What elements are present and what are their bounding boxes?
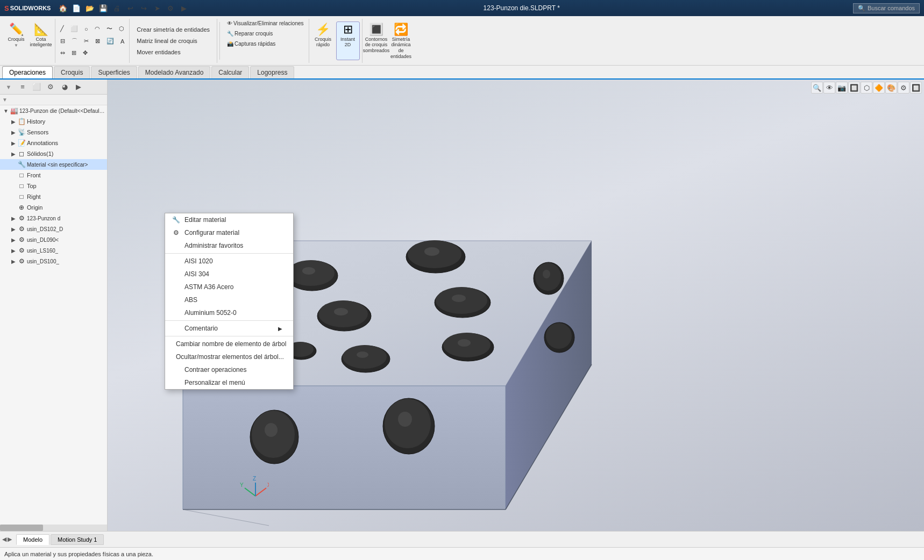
tree-item-ds102[interactable]: ▶ ⚙ usin_DS102_D — [0, 224, 107, 234]
bottom-nav-right[interactable]: ▶ — [8, 536, 12, 543]
polygon-btn[interactable]: ⬡ — [116, 24, 127, 34]
view-settings-btn[interactable]: ⚙ — [898, 82, 909, 94]
view-hide-btn[interactable]: 👁 — [823, 82, 835, 94]
tree-item-sensors[interactable]: ▶ 📡 Sensors — [0, 127, 107, 138]
view-section-btn[interactable]: 🔲 — [848, 82, 860, 94]
smart-dimension-button[interactable]: 📐 Cota inteligente — [29, 21, 53, 60]
contornos-btn[interactable]: 🔳 Contornos de croquis sombreados — [365, 21, 388, 60]
svg-point-35 — [546, 323, 572, 349]
new-btn[interactable]: 📄 — [70, 2, 82, 14]
more-view-btn[interactable]: ▶ — [72, 81, 85, 93]
tree-item-dl090[interactable]: ▶ ⚙ usin_DL090< — [0, 234, 107, 245]
ctx-administrar-favoritos[interactable]: Administrar favoritos — [165, 239, 293, 252]
tree-item-ls160[interactable]: ▶ ⚙ usin_LS160_ — [0, 245, 107, 256]
mover-entidades-btn[interactable]: Mover entidades — [134, 47, 183, 57]
list-view-btn[interactable]: ≡ — [16, 81, 29, 93]
front-label: Front — [27, 172, 41, 178]
tab-croquis[interactable]: Croquis — [54, 66, 90, 78]
line-btn[interactable]: ╱ — [58, 24, 67, 34]
ctx-aisi-304[interactable]: AISI 304 — [165, 268, 293, 281]
tab-operaciones[interactable]: Operaciones — [2, 66, 53, 78]
settings-btn[interactable]: ⚙ — [165, 2, 176, 14]
tab-superficies[interactable]: Superficies — [91, 66, 137, 78]
config-material-icon: ⚙ — [172, 229, 180, 236]
fillet-btn[interactable]: ⌒ — [69, 35, 80, 47]
3d-viewport[interactable]: 🔍 👁 📷 🔲 ⬡ 🔶 🎨 ⚙ 🔲 — [108, 80, 924, 531]
tree-item-ds100[interactable]: ▶ ⚙ usin_DS100_ — [0, 256, 107, 267]
ctx-personalizar[interactable]: Personalizar el menú — [165, 376, 293, 389]
search-bar[interactable]: 🔍 Buscar comandos — [853, 3, 920, 13]
ctx-abs[interactable]: ABS — [165, 293, 293, 306]
ctx-configurar-material[interactable]: ⚙ Configurar material — [165, 226, 293, 239]
redo-btn[interactable]: ↪ — [138, 2, 150, 14]
arrow-btn[interactable]: ➤ — [151, 2, 163, 14]
convert-btn[interactable]: 🔄 — [104, 36, 117, 46]
more-btn[interactable]: ▶ — [178, 2, 190, 14]
matriz-lineal-btn[interactable]: Matriz lineal de croquis — [134, 36, 200, 46]
home-btn[interactable]: 🏠 — [57, 2, 69, 14]
spline-btn[interactable]: 〜 — [104, 23, 115, 34]
move-btn[interactable]: ✥ — [80, 48, 90, 58]
tree-root[interactable]: ▼ 🏭 123-Punzon die (Default<<Default>_Di… — [0, 105, 107, 116]
punzon1-icon: ⚙ — [17, 214, 26, 222]
arc-btn[interactable]: ◠ — [92, 24, 103, 34]
tab-calcular[interactable]: Calcular — [211, 66, 249, 78]
offset-btn[interactable]: ⊠ — [93, 36, 103, 46]
croquis-rapido-btn[interactable]: ⚡ Croquis rápido — [311, 21, 335, 60]
tree-item-punzon1[interactable]: ▶ ⚙ 123-Punzon d — [0, 213, 107, 224]
sidebar-h-scrollbar[interactable] — [0, 525, 107, 531]
tab-modelado-avanzado[interactable]: Modelado Avanzado — [138, 66, 211, 78]
tab-modelo[interactable]: Modelo — [16, 534, 49, 545]
main-toolbar: ✏️ Croquis ▼ 📐 Cota inteligente ╱ ⬜ ○ ◠ … — [0, 16, 924, 66]
slot-btn[interactable]: ⊟ — [58, 36, 68, 46]
open-btn[interactable]: 📂 — [84, 2, 96, 14]
visualizar-btn[interactable]: 👁Visualizar/Eliminar relaciones — [224, 19, 306, 28]
tab-motion-study[interactable]: Motion Study 1 — [51, 534, 104, 545]
tree-item-origin[interactable]: ⊕ Origin — [0, 202, 107, 213]
capturas-btn[interactable]: 📸Capturas rápidas — [224, 39, 278, 48]
ctx-astm-a36[interactable]: ASTM A36 Acero — [165, 281, 293, 293]
view-grid-btn[interactable]: 🔲 — [910, 82, 922, 94]
pie-view-btn[interactable]: ◕ — [58, 81, 71, 93]
tree-item-annotations[interactable]: ▶ 📝 Annotations — [0, 138, 107, 148]
view-appear-btn[interactable]: 📷 — [836, 82, 848, 94]
ctx-aisi-1020[interactable]: AISI 1020 — [165, 255, 293, 268]
tab-logopress[interactable]: Logopress — [250, 66, 294, 78]
tree-item-material[interactable]: 🔧 Material <sin especificar> — [0, 159, 107, 170]
window-title: 123-Punzon die.SLDPRT * — [192, 4, 851, 12]
pattern-btn[interactable]: ⊞ — [69, 48, 79, 58]
tree-item-history[interactable]: ▶ 📋 History — [0, 116, 107, 127]
rect-btn[interactable]: ⬜ — [68, 24, 81, 34]
undo-btn[interactable]: ↩ — [124, 2, 136, 14]
ctx-ocultar-mostrar[interactable]: Ocultar/mostrar elementos del árbol... — [165, 350, 293, 363]
cube-view-btn[interactable]: ⬜ — [30, 81, 43, 93]
mirror-btn[interactable]: ⇔ — [58, 48, 68, 58]
save-btn[interactable]: 💾 — [97, 2, 109, 14]
print-btn[interactable]: 🖨 — [111, 2, 123, 14]
tree-item-solidos[interactable]: ▶ ◻ Sólidos(1) — [0, 148, 107, 159]
instant-2d-btn[interactable]: ⊞ Instant 2D — [336, 21, 360, 60]
ctx-editar-material[interactable]: 🔧 Editar material — [165, 213, 293, 226]
config-view-btn[interactable]: ⚙ — [44, 81, 57, 93]
history-label: History — [27, 118, 45, 125]
ctx-comentario[interactable]: Comentario ▶ — [165, 322, 293, 335]
trim-btn[interactable]: ✂ — [81, 36, 91, 46]
reparar-btn[interactable]: 🔧Reparar croquis — [224, 29, 275, 38]
view-color-btn[interactable]: 🎨 — [885, 82, 897, 94]
view-render-btn[interactable]: 🔶 — [873, 82, 885, 94]
ctx-contraer[interactable]: Contraer operaciones — [165, 363, 293, 376]
view-orient-btn[interactable]: 🔍 — [811, 82, 823, 94]
sidebar-scrollbar-thumb[interactable] — [0, 525, 43, 531]
circle-btn[interactable]: ○ — [82, 24, 91, 34]
crear-simetria-btn[interactable]: Crear simetría de entidades — [134, 25, 212, 34]
tree-item-right[interactable]: □ Right — [0, 191, 107, 202]
bottom-nav-left[interactable]: ◀ — [2, 536, 6, 543]
ctx-cambiar-nombre[interactable]: Cambiar nombre de elemento de árbol — [165, 338, 293, 350]
simetria-dinamica-btn[interactable]: 🔁 Simetría dinámica de entidades — [389, 21, 413, 60]
ctx-aluminium[interactable]: Aluminium 5052-0 — [165, 306, 293, 319]
tree-item-front[interactable]: □ Front — [0, 170, 107, 181]
text-btn[interactable]: A — [118, 37, 127, 46]
view-display-btn[interactable]: ⬡ — [861, 82, 872, 94]
tree-item-top[interactable]: □ Top — [0, 181, 107, 191]
croquis-button[interactable]: ✏️ Croquis ▼ — [4, 21, 28, 60]
